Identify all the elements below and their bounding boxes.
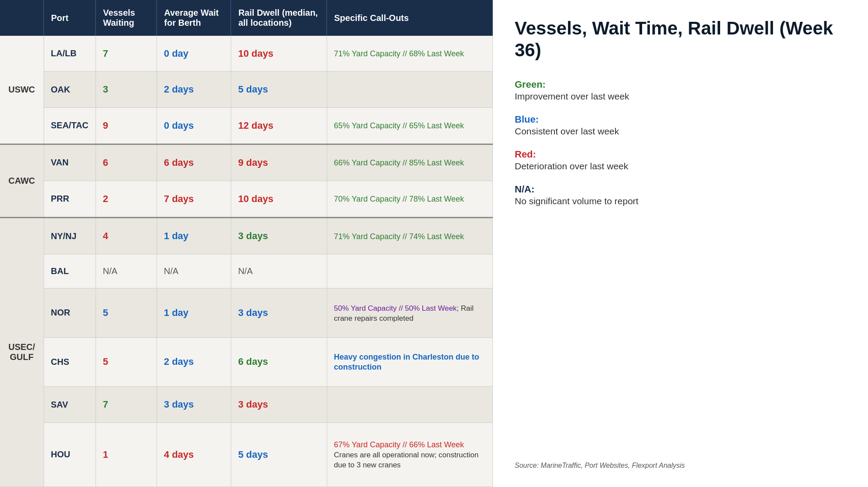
vessels-waiting: 7 (96, 387, 157, 423)
rail-dwell: 5 days (231, 422, 327, 487)
port-name: NOR (44, 288, 96, 338)
average-wait: 4 days (157, 422, 231, 487)
port-name: SAV (44, 387, 96, 423)
average-wait: 3 days (157, 387, 231, 423)
vessels-waiting: 3 (96, 72, 157, 108)
vessels-waiting: 5 (96, 288, 157, 338)
region-label: USEC/ GULF (0, 217, 44, 487)
specific-callout (327, 72, 492, 108)
port-name: CHS (44, 337, 96, 387)
sidebar-section: Vessels, Wait Time, Rail Dwell (Week 36)… (493, 0, 868, 487)
header-callouts: Specific Call-Outs (327, 0, 492, 36)
specific-callout: 70% Yard Capacity // 78% Last Week (327, 181, 492, 217)
vessels-waiting: N/A (96, 254, 157, 288)
vessels-waiting: 4 (96, 217, 157, 254)
port-name: HOU (44, 422, 96, 487)
average-wait: 6 days (157, 144, 231, 181)
rail-dwell: 10 days (231, 181, 327, 217)
rail-dwell: 9 days (231, 144, 327, 181)
average-wait: N/A (157, 254, 231, 288)
legend-desc: Consistent over last week (515, 126, 846, 137)
table-row: SAV73 days3 days (0, 387, 492, 423)
rail-dwell: 3 days (231, 387, 327, 423)
rail-dwell: 10 days (231, 36, 327, 72)
legend-desc: No significant volume to report (515, 196, 846, 206)
specific-callout (327, 254, 492, 288)
average-wait: 2 days (157, 72, 231, 108)
region-label: USWC (0, 36, 44, 144)
specific-callout: 71% Yard Capacity // 68% Last Week (327, 36, 492, 72)
specific-callout: 67% Yard Capacity // 66% Last WeekCranes… (327, 422, 492, 487)
table-row: OAK32 days5 days (0, 72, 492, 108)
average-wait: 0 days (157, 107, 231, 144)
legend-desc: Deterioration over last week (515, 161, 846, 171)
legend-label: Red: (515, 149, 846, 160)
legend-item: Green:Improvement over last week (515, 79, 846, 102)
legend-label: Green: (515, 79, 846, 90)
average-wait: 1 day (157, 217, 231, 254)
data-table: Port Vessels Waiting Average Wait for Be… (0, 0, 493, 487)
rail-dwell: 3 days (231, 217, 327, 254)
vessels-waiting: 2 (96, 181, 157, 217)
specific-callout: 50% Yard Capacity // 50% Last Week; Rail… (327, 288, 492, 338)
table-row: SEA/TAC90 days12 days65% Yard Capacity /… (0, 107, 492, 144)
legend-label: Blue: (515, 114, 846, 125)
table-row: NOR51 day3 days50% Yard Capacity // 50% … (0, 288, 492, 338)
vessels-waiting: 7 (96, 36, 157, 72)
port-name: LA/LB (44, 36, 96, 72)
legend-item: N/A:No significant volume to report (515, 184, 846, 206)
specific-callout: 65% Yard Capacity // 65% Last Week (327, 107, 492, 144)
source-text: Source: MarineTraffic, Port Websites, Fl… (515, 462, 846, 470)
specific-callout: 66% Yard Capacity // 85% Last Week (327, 144, 492, 181)
port-name: OAK (44, 72, 96, 108)
average-wait: 2 days (157, 337, 231, 387)
specific-callout: Heavy congestion in Charleston due to co… (327, 337, 492, 387)
average-wait: 1 day (157, 288, 231, 338)
table-header-row: Port Vessels Waiting Average Wait for Be… (0, 0, 492, 36)
average-wait: 0 day (157, 36, 231, 72)
legend-section: Green:Improvement over last weekBlue:Con… (515, 79, 846, 462)
legend-item: Red:Deterioration over last week (515, 149, 846, 171)
rail-dwell: 5 days (231, 72, 327, 108)
port-name: SEA/TAC (44, 107, 96, 144)
table-row: CHS52 days6 daysHeavy congestion in Char… (0, 337, 492, 387)
port-name: PRR (44, 181, 96, 217)
port-name: BAL (44, 254, 96, 288)
header-vessels: Vessels Waiting (96, 0, 157, 36)
average-wait: 7 days (157, 181, 231, 217)
table-row: CAWCVAN66 days9 days66% Yard Capacity //… (0, 144, 492, 181)
header-rail: Rail Dwell (median, all locations) (231, 0, 327, 36)
table-row: BALN/AN/AN/A (0, 254, 492, 288)
vessels-waiting: 5 (96, 337, 157, 387)
rail-dwell: 6 days (231, 337, 327, 387)
header-port: Port (44, 0, 96, 36)
rail-dwell: N/A (231, 254, 327, 288)
vessels-waiting: 9 (96, 107, 157, 144)
specific-callout: 71% Yard Capacity // 74% Last Week (327, 217, 492, 254)
header-region (0, 0, 44, 36)
table-row: PRR27 days10 days70% Yard Capacity // 78… (0, 181, 492, 217)
table-row: USWCLA/LB70 day10 days71% Yard Capacity … (0, 36, 492, 72)
table-row: HOU14 days5 days67% Yard Capacity // 66%… (0, 422, 492, 487)
port-name: VAN (44, 144, 96, 181)
legend-desc: Improvement over last week (515, 91, 846, 102)
table-row: USEC/ GULFNY/NJ41 day3 days71% Yard Capa… (0, 217, 492, 254)
table-section: Port Vessels Waiting Average Wait for Be… (0, 0, 493, 487)
vessels-waiting: 1 (96, 422, 157, 487)
legend-item: Blue:Consistent over last week (515, 114, 846, 137)
header-wait: Average Wait for Berth (157, 0, 231, 36)
region-label: CAWC (0, 144, 44, 217)
main-container: Port Vessels Waiting Average Wait for Be… (0, 0, 868, 487)
legend-label: N/A: (515, 184, 846, 195)
specific-callout (327, 387, 492, 423)
sidebar-title: Vessels, Wait Time, Rail Dwell (Week 36) (515, 17, 846, 62)
rail-dwell: 12 days (231, 107, 327, 144)
rail-dwell: 3 days (231, 288, 327, 338)
vessels-waiting: 6 (96, 144, 157, 181)
port-name: NY/NJ (44, 217, 96, 254)
